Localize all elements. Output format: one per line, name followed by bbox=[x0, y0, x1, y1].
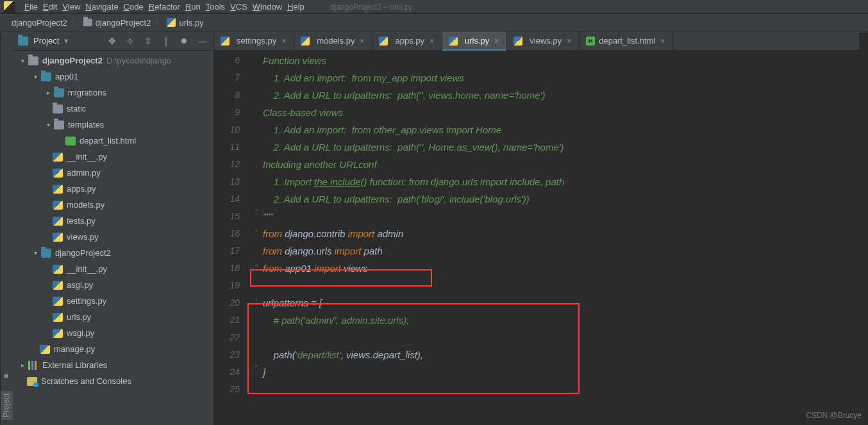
tab-urls-py[interactable]: urls.py× bbox=[442, 31, 507, 50]
tree-file-wsgi[interactable]: wsgi.py bbox=[13, 325, 213, 341]
python-file-icon bbox=[379, 37, 388, 46]
tree-file-urls[interactable]: urls.py bbox=[13, 309, 213, 325]
tab-label: models.py bbox=[317, 36, 355, 46]
close-icon[interactable]: × bbox=[565, 37, 572, 46]
close-icon[interactable]: × bbox=[358, 37, 365, 46]
fold-start-icon[interactable]: ⌄ bbox=[254, 226, 259, 233]
breadcrumb-bar: djangoProject2 〉 djangoProject2 〉 urls.p… bbox=[0, 14, 868, 31]
hide-icon[interactable]: — bbox=[196, 35, 208, 47]
tab-apps-py[interactable]: apps.py× bbox=[372, 31, 442, 50]
fold-start-icon[interactable]: ⌄ bbox=[254, 295, 259, 302]
python-file-icon bbox=[53, 329, 63, 338]
menu-navigate[interactable]: Navigate bbox=[83, 1, 121, 13]
tool-tab-project[interactable]: Project bbox=[1, 391, 13, 420]
python-file-icon bbox=[221, 37, 230, 46]
python-file-icon bbox=[53, 217, 63, 226]
tree-file-settings[interactable]: settings.py bbox=[13, 293, 213, 309]
expand-all-icon[interactable]: ≑ bbox=[124, 35, 137, 47]
fold-end-icon[interactable]: ⌃ bbox=[254, 364, 259, 371]
close-icon[interactable]: × bbox=[428, 37, 435, 46]
tree-dir-project2[interactable]: ▾djangoProject2 bbox=[13, 245, 213, 261]
html-file-icon bbox=[586, 37, 595, 46]
select-opened-file-icon[interactable]: ✥ bbox=[106, 35, 119, 47]
line-number-gutter: 678910111213141516171819202122232425 bbox=[214, 51, 253, 398]
tree-dir-static[interactable]: static bbox=[13, 101, 213, 117]
fold-end-icon[interactable]: ⌃ bbox=[254, 208, 259, 215]
tree-file-apps[interactable]: apps.py bbox=[13, 181, 213, 197]
close-icon[interactable]: × bbox=[659, 37, 666, 46]
sidebar-title: Project bbox=[33, 36, 59, 46]
tree-file-manage[interactable]: manage.py bbox=[13, 341, 213, 357]
tree-file-models[interactable]: models.py bbox=[13, 197, 213, 213]
menu-tools[interactable]: Tools bbox=[203, 1, 228, 13]
tree-file-init2[interactable]: __init__.py bbox=[13, 261, 213, 277]
code-editor[interactable]: 678910111213141516171819202122232425 ⌃ ⌄… bbox=[214, 51, 868, 425]
python-file-icon bbox=[53, 297, 63, 306]
tree-file-tests[interactable]: tests.py bbox=[13, 213, 213, 229]
folder-icon bbox=[83, 19, 92, 26]
tab-label: urls.py bbox=[465, 36, 489, 46]
menu-edit[interactable]: Edit bbox=[40, 1, 60, 13]
menu-file[interactable]: File bbox=[22, 1, 40, 13]
menu-vcs[interactable]: VCS bbox=[228, 1, 250, 13]
tree-file-asgi[interactable]: asgi.py bbox=[13, 277, 213, 293]
menu-run[interactable]: Run bbox=[183, 1, 203, 13]
breadcrumb-root[interactable]: djangoProject2 bbox=[9, 18, 70, 28]
tree-dir-migrations[interactable]: ▸migrations bbox=[13, 85, 213, 101]
code-content[interactable]: Function views 1. Add an import: from my… bbox=[263, 52, 868, 398]
menu-code[interactable]: Code bbox=[121, 1, 146, 13]
tab-models-py[interactable]: models.py× bbox=[294, 31, 372, 50]
gear-icon[interactable]: ✸ bbox=[178, 35, 190, 47]
app-logo-icon bbox=[4, 1, 15, 13]
collapse-all-icon[interactable]: ⇳ bbox=[142, 35, 154, 47]
python-file-icon bbox=[53, 233, 63, 242]
divider: | bbox=[160, 35, 172, 47]
python-file-icon bbox=[53, 169, 63, 178]
main-menu-bar: FileEditViewNavigateCodeRefactorRunTools… bbox=[0, 0, 868, 14]
breadcrumb-dir[interactable]: djangoProject2 bbox=[81, 18, 154, 28]
python-file-icon bbox=[40, 345, 50, 354]
menu-help[interactable]: Help bbox=[285, 1, 307, 13]
tree-scratches[interactable]: Scratches and Consoles bbox=[13, 373, 213, 389]
libraries-icon bbox=[28, 361, 38, 370]
watermark: CSDN @Brucye bbox=[806, 411, 862, 420]
menu-window[interactable]: Window bbox=[250, 1, 285, 13]
project-sidebar: Project ▾ ✥ ≑ ⇳ | ✸ — ▾djangoProject2D:\… bbox=[13, 31, 214, 425]
tab-settings-py[interactable]: settings.py× bbox=[214, 31, 294, 50]
python-file-icon bbox=[167, 18, 176, 27]
tree-file-views[interactable]: views.py bbox=[13, 229, 213, 245]
project-tree[interactable]: ▾djangoProject2D:\pycode\django ▾app01 ▸… bbox=[13, 51, 213, 425]
close-icon[interactable]: × bbox=[280, 37, 287, 46]
tree-file-admin[interactable]: admin.py bbox=[13, 165, 213, 181]
breadcrumb-file[interactable]: urls.py bbox=[164, 18, 206, 28]
editor-area: settings.py×models.py×apps.py×urls.py×vi… bbox=[214, 31, 868, 425]
menu-refactor[interactable]: Refactor bbox=[146, 1, 183, 13]
close-icon[interactable]: × bbox=[493, 37, 500, 46]
tool-tab-structure[interactable]: ■ bbox=[1, 369, 13, 383]
python-file-icon bbox=[449, 37, 458, 46]
fold-start-icon[interactable]: ⌄ bbox=[254, 260, 259, 267]
python-file-icon bbox=[301, 37, 310, 46]
chevron-right-icon: 〉 bbox=[70, 17, 81, 28]
scratches-icon bbox=[27, 377, 37, 386]
window-title: djangoProject2 – urls.py bbox=[330, 3, 413, 12]
tab-depart_list-html[interactable]: depart_list.html× bbox=[580, 31, 673, 50]
python-file-icon bbox=[513, 37, 522, 46]
tree-dir-templates[interactable]: ▾templates bbox=[13, 117, 213, 133]
tab-label: apps.py bbox=[395, 36, 424, 46]
tree-file-depart-list[interactable]: depart_list.html bbox=[13, 133, 213, 149]
python-package-icon bbox=[54, 88, 64, 97]
tree-dir-app01[interactable]: ▾app01 bbox=[13, 69, 213, 85]
python-package-icon bbox=[41, 249, 51, 258]
python-package-icon bbox=[41, 72, 51, 81]
tool-window-strip: Project ■ bbox=[0, 31, 13, 425]
tree-file-init[interactable]: __init__.py bbox=[13, 149, 213, 165]
tree-ext-libs[interactable]: ▸External Libraries bbox=[13, 357, 213, 373]
tab-views-py[interactable]: views.py× bbox=[507, 31, 580, 50]
tab-label: settings.py bbox=[237, 36, 276, 46]
folder-icon bbox=[53, 104, 63, 113]
folder-icon bbox=[54, 121, 64, 129]
dropdown-icon[interactable]: ▾ bbox=[64, 36, 69, 46]
menu-view[interactable]: View bbox=[60, 1, 83, 13]
tree-root[interactable]: ▾djangoProject2D:\pycode\django bbox=[13, 53, 213, 69]
